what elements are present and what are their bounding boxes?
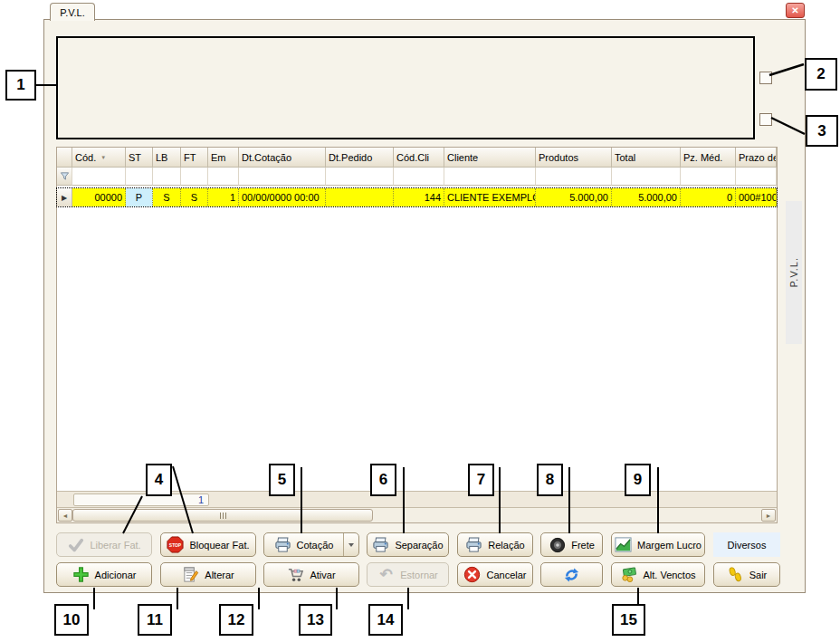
- cart-icon: [287, 566, 304, 583]
- callout-11: 11: [138, 604, 172, 636]
- filter-cell[interactable]: [736, 168, 777, 186]
- estornar-label: Estornar: [400, 570, 438, 580]
- filter-cell[interactable]: [181, 168, 208, 186]
- vertical-tab-pvl[interactable]: P.V.L.: [786, 201, 802, 344]
- cell-cod: 00000: [72, 188, 126, 206]
- filter-cell[interactable]: [612, 168, 681, 186]
- col-header-label: Pz. Méd.: [683, 152, 722, 163]
- col-header-st[interactable]: ST: [126, 148, 153, 168]
- filter-cell[interactable]: [126, 168, 153, 186]
- col-header-cod-cli[interactable]: Cód.Cli: [394, 148, 444, 168]
- callout-8: 8: [537, 464, 563, 496]
- filter-checkbox-1[interactable]: [759, 72, 772, 84]
- svg-text:STOP: STOP: [169, 543, 182, 548]
- callout-9: 9: [625, 464, 651, 496]
- cotacao-label: Cotação: [297, 540, 334, 551]
- col-header-label: Total: [615, 152, 635, 163]
- col-header-label: Cód.Cli: [396, 152, 429, 163]
- filter-cell[interactable]: [72, 168, 126, 186]
- col-header-label: Cliente: [447, 152, 478, 163]
- callout-4: 4: [146, 464, 172, 496]
- ativar-button[interactable]: Ativar: [263, 562, 359, 587]
- record-count: 1: [73, 493, 209, 506]
- footsteps-icon: [727, 566, 744, 583]
- sair-label: Sair: [749, 570, 768, 580]
- alterar-label: Alterar: [205, 570, 234, 580]
- col-header-label: Dt.Cotação: [242, 152, 291, 163]
- adicionar-button[interactable]: Adicionar: [56, 562, 152, 587]
- close-icon[interactable]: ✕: [786, 3, 805, 18]
- col-header-pz-med[interactable]: Pz. Méd.: [681, 148, 736, 168]
- filter-cell[interactable]: [536, 168, 612, 186]
- callout-13: 13: [299, 604, 332, 636]
- diversos-button[interactable]: Diversos: [713, 532, 780, 557]
- col-header-label: Cód.: [75, 152, 96, 163]
- relacao-button[interactable]: Relação: [457, 532, 533, 557]
- wheel-icon: [549, 536, 566, 553]
- cotacao-dropdown-icon[interactable]: [343, 533, 358, 556]
- col-header-dt-pedido[interactable]: Dt.Pedido: [326, 148, 394, 168]
- col-header-ft[interactable]: FT: [181, 148, 208, 168]
- scroll-right-icon[interactable]: ►: [761, 509, 776, 522]
- cell-ft: S: [181, 188, 208, 206]
- tab-pvl[interactable]: P.V.L.: [50, 3, 95, 21]
- col-header-total[interactable]: Total: [612, 148, 681, 168]
- liberar-fat-label: Liberar Fat.: [90, 540, 140, 551]
- horizontal-scrollbar[interactable]: ◄ ►: [57, 507, 777, 522]
- filter-cell[interactable]: [153, 168, 181, 186]
- edit-icon: [182, 566, 199, 583]
- filter-checkbox-2[interactable]: [759, 113, 772, 126]
- cell-dt-pedido: [326, 188, 394, 206]
- liberar-fat-button[interactable]: Liberar Fat.: [56, 532, 152, 557]
- filter-cell[interactable]: [444, 168, 536, 186]
- callout-15: 15: [612, 604, 645, 636]
- refresh-button[interactable]: [540, 562, 603, 587]
- sair-button[interactable]: Sair: [713, 562, 780, 587]
- cell-cliente: CLIENTE EXEMPLO: [444, 188, 536, 206]
- col-header-cod[interactable]: Cód. ▼: [72, 148, 126, 168]
- bloquear-fat-label: Bloquear Fat.: [189, 540, 249, 551]
- filter-cell[interactable]: [239, 168, 326, 186]
- frete-button[interactable]: Frete: [540, 532, 603, 557]
- col-header-dt-cotacao[interactable]: Dt.Cotação: [239, 148, 326, 168]
- cell-total: 5.000,00: [612, 188, 681, 206]
- alt-venctos-label: Alt. Venctos: [643, 570, 695, 580]
- margem-lucro-button[interactable]: Margem Lucro: [611, 532, 705, 557]
- cell-cod-cli: 144: [394, 188, 444, 206]
- filter-row-indicator: [57, 168, 72, 186]
- col-header-label: Em: [211, 152, 226, 163]
- alterar-button[interactable]: Alterar: [160, 562, 256, 587]
- filter-cell[interactable]: [394, 168, 444, 186]
- col-header-label: FT: [184, 152, 196, 163]
- cancelar-button[interactable]: Cancelar: [457, 562, 533, 587]
- filter-cell[interactable]: [208, 168, 239, 186]
- col-header-em[interactable]: Em: [208, 148, 239, 168]
- col-header-lb[interactable]: LB: [153, 148, 181, 168]
- estornar-button[interactable]: ↶ Estornar: [367, 562, 449, 587]
- filter-cell[interactable]: [681, 168, 736, 186]
- scrollbar-thumb[interactable]: [72, 509, 373, 522]
- cell-em: 1: [208, 188, 239, 206]
- check-icon: [67, 536, 84, 553]
- grid-filter-row[interactable]: [57, 168, 777, 186]
- frete-label: Frete: [571, 540, 595, 551]
- col-header-label: ST: [129, 152, 141, 163]
- alt-venctos-button[interactable]: Alt. Venctos: [611, 562, 705, 587]
- separacao-label: Separação: [395, 540, 443, 551]
- vertical-tab-label: P.V.L.: [788, 257, 799, 288]
- col-header-indicator: [57, 148, 72, 168]
- col-header-produtos[interactable]: Produtos: [536, 148, 612, 168]
- money-icon: [620, 566, 637, 583]
- col-header-prazo[interactable]: Prazo de: [736, 148, 777, 168]
- scroll-left-icon[interactable]: ◄: [58, 509, 72, 522]
- col-header-cliente[interactable]: Cliente: [444, 148, 536, 168]
- cotacao-button[interactable]: Cotação: [263, 532, 359, 557]
- cell-lb: S: [153, 188, 181, 206]
- separacao-button[interactable]: Separação: [367, 532, 449, 557]
- bloquear-fat-button[interactable]: STOP Bloquear Fat.: [160, 532, 256, 557]
- filter-cell[interactable]: [326, 168, 394, 186]
- undo-icon: ↶: [377, 566, 395, 583]
- screen: P.V.L. ✕ FILTRAR PEDIDOS DE VENDA Data I…: [0, 0, 840, 642]
- grid-body: ▶ 00000 P S S 1 00/00/0000 00:00 144 CLI…: [57, 186, 777, 491]
- table-row-selected[interactable]: ▶ 00000 P S S 1 00/00/0000 00:00 144 CLI…: [57, 188, 777, 206]
